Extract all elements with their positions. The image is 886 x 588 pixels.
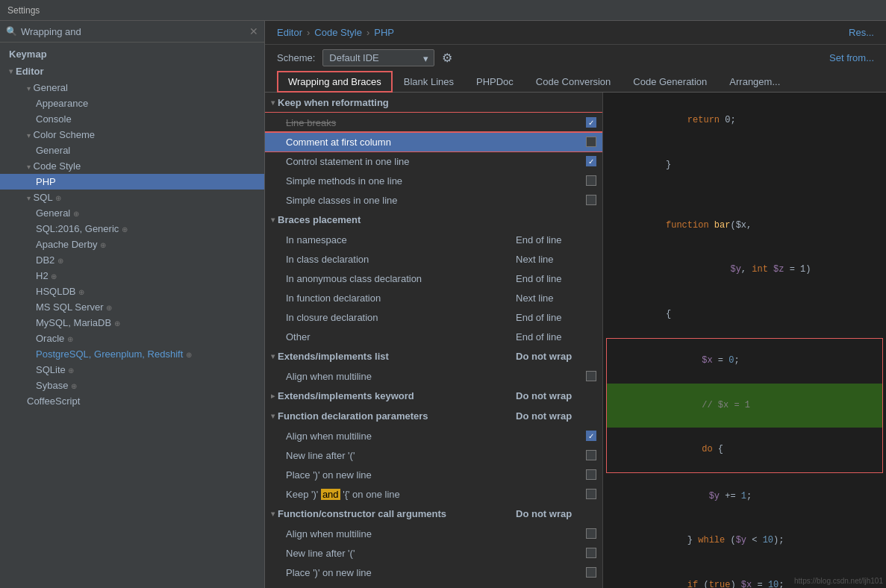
fdp-align-label: Align when multiline bbox=[286, 431, 586, 442]
setting-fdp-align[interactable]: Align when multiline bbox=[265, 426, 602, 445]
watermark: https://blog.csdn.net/ljh101 bbox=[794, 577, 883, 585]
setting-line-breaks[interactable]: Line breaks bbox=[265, 113, 602, 132]
sidebar-item-oracle[interactable]: Oracle ⊕ bbox=[0, 331, 264, 346]
sql2016-copy-icon: ⊕ bbox=[122, 225, 128, 234]
sidebar-item-apache-derby[interactable]: Apache Derby ⊕ bbox=[0, 237, 264, 252]
extends-kw-chevron: ▸ bbox=[271, 392, 275, 400]
in-namespace-value[interactable]: End of line bbox=[516, 234, 590, 245]
setting-fca-align[interactable]: Align when multiline bbox=[265, 524, 602, 543]
extends-kw-value[interactable]: Do not wrap bbox=[516, 390, 590, 401]
extends-list-value[interactable]: Do not wrap bbox=[516, 351, 590, 362]
tab-blank-lines[interactable]: Blank Lines bbox=[393, 71, 465, 92]
breadcrumb-editor[interactable]: Editor bbox=[277, 27, 302, 38]
code-line-3 bbox=[603, 187, 886, 203]
scheme-select[interactable]: Default IDE bbox=[322, 49, 434, 66]
scheme-gear-icon[interactable]: ⚙ bbox=[442, 51, 452, 65]
setting-control-statement[interactable]: Control statement in one line bbox=[265, 151, 602, 171]
sidebar-item-hsqldb[interactable]: HSQLDB ⊕ bbox=[0, 284, 264, 299]
control-statement-checkbox[interactable] bbox=[586, 156, 596, 166]
sidebar-item-sqlite[interactable]: SQLite ⊕ bbox=[0, 362, 264, 378]
sidebar-item-sql-2016[interactable]: SQL:2016, Generic ⊕ bbox=[0, 221, 264, 237]
setting-in-class-declaration[interactable]: In class declaration Next line bbox=[265, 249, 602, 269]
other-value[interactable]: End of line bbox=[516, 331, 590, 343]
code-preview-panel: return 0; } function bar($x, $y, int $z … bbox=[602, 93, 886, 588]
section-extends-keyword[interactable]: ▸ Extends/implements keyword Do not wrap bbox=[265, 386, 602, 406]
section-braces-placement[interactable]: ▾ Braces placement bbox=[265, 210, 602, 230]
sidebar-item-sql-general[interactable]: General ⊕ bbox=[0, 205, 264, 221]
simple-classes-checkbox[interactable] bbox=[586, 195, 596, 205]
sidebar-item-sybase[interactable]: Sybase ⊕ bbox=[0, 378, 264, 393]
breadcrumb-php[interactable]: PHP bbox=[374, 27, 394, 38]
fdp-newline-checkbox[interactable] bbox=[586, 450, 596, 460]
fn-params-value[interactable]: Do not wrap bbox=[516, 410, 590, 422]
sidebar-item-console[interactable]: Console bbox=[0, 111, 264, 127]
set-from-link[interactable]: Set from... bbox=[829, 52, 874, 63]
sidebar-item-editor[interactable]: ▾ Editor bbox=[0, 63, 264, 80]
setting-fca-place[interactable]: Place ')' on new line bbox=[265, 563, 602, 582]
breadcrumb-codestyle[interactable]: Code Style bbox=[314, 27, 362, 38]
setting-fca-newline[interactable]: New line after '(' bbox=[265, 543, 602, 563]
tab-code-generation[interactable]: Code Generation bbox=[622, 71, 718, 92]
in-class-decl-value[interactable]: Next line bbox=[516, 254, 590, 265]
sidebar-item-sql[interactable]: ▾ SQL ⊕ bbox=[0, 190, 264, 205]
fca-value[interactable]: Do not wrap bbox=[516, 508, 590, 519]
sidebar-item-coffeescript[interactable]: CoffeeScript bbox=[0, 393, 264, 409]
setting-fdp-close-paren[interactable]: Place ')' on new line bbox=[265, 465, 602, 484]
in-anon-class-label: In anonymous class declaration bbox=[286, 273, 516, 284]
line-breaks-checkbox[interactable] bbox=[586, 117, 596, 128]
fca-label: Function/constructor call arguments bbox=[278, 508, 446, 519]
in-closure-decl-value[interactable]: End of line bbox=[516, 312, 590, 323]
sidebar-item-db2[interactable]: DB2 ⊕ bbox=[0, 252, 264, 268]
sidebar-item-php[interactable]: PHP bbox=[0, 174, 264, 190]
simple-methods-checkbox[interactable] bbox=[586, 175, 596, 186]
editor-chevron: ▾ bbox=[9, 67, 13, 75]
sidebar-item-appearance[interactable]: Appearance bbox=[0, 96, 264, 111]
sidebar-item-h2[interactable]: H2 ⊕ bbox=[0, 268, 264, 284]
sidebar-item-keymap[interactable]: Keymap bbox=[0, 46, 264, 63]
search-input[interactable] bbox=[21, 26, 249, 37]
setting-in-anonymous-class[interactable]: In anonymous class declaration End of li… bbox=[265, 269, 602, 288]
tab-code-conversion[interactable]: Code Conversion bbox=[525, 71, 622, 92]
section-keep-when-reformatting[interactable]: ▾ Keep when reformatting bbox=[265, 93, 602, 113]
section-fca[interactable]: ▾ Function/constructor call arguments Do… bbox=[265, 504, 602, 524]
setting-in-function-declaration[interactable]: In function declaration Next line bbox=[265, 288, 602, 307]
section-fn-params[interactable]: ▾ Function declaration parameters Do not… bbox=[265, 406, 602, 426]
title-label: Settings bbox=[7, 5, 40, 16]
search-clear-button[interactable]: ✕ bbox=[249, 25, 258, 37]
setting-in-namespace[interactable]: In namespace End of line bbox=[265, 230, 602, 249]
extends-align-checkbox[interactable] bbox=[586, 371, 596, 381]
sidebar-item-mssql[interactable]: MS SQL Server ⊕ bbox=[0, 299, 264, 315]
fdp-align-checkbox[interactable] bbox=[586, 431, 596, 441]
fca-align-checkbox[interactable] bbox=[586, 528, 596, 539]
setting-fdp-newline-after[interactable]: New line after '(' bbox=[265, 445, 602, 465]
sidebar-item-colorscheme-general[interactable]: General bbox=[0, 143, 264, 158]
sidebar-item-postgres[interactable]: PostgreSQL, Greenplum, Redshift ⊕ bbox=[0, 346, 264, 362]
sidebar-item-codestyle[interactable]: ▾ Code Style bbox=[0, 158, 264, 174]
tab-wrapping[interactable]: Wrapping and Braces bbox=[277, 71, 393, 93]
sidebar-item-mysql[interactable]: MySQL, MariaDB ⊕ bbox=[0, 315, 264, 331]
comment-first-col-checkbox[interactable] bbox=[586, 137, 596, 147]
code-line-5: $y, int $z = 1) bbox=[603, 248, 886, 293]
extends-list-label: Extends/implements list bbox=[278, 351, 389, 362]
setting-comment-first-column[interactable]: Comment at first column bbox=[265, 132, 602, 151]
setting-fdp-keep-paren[interactable]: Keep ')' and '{' on one line bbox=[265, 484, 602, 504]
fca-place-checkbox[interactable] bbox=[586, 567, 596, 578]
tab-phpdoc[interactable]: PHPDoc bbox=[465, 71, 525, 92]
setting-other[interactable]: Other End of line bbox=[265, 327, 602, 346]
setting-simple-methods[interactable]: Simple methods in one line bbox=[265, 171, 602, 190]
in-anon-class-value[interactable]: End of line bbox=[516, 273, 590, 284]
fdp-keep-paren-checkbox[interactable] bbox=[586, 489, 596, 499]
setting-in-closure-declaration[interactable]: In closure declaration End of line bbox=[265, 307, 602, 327]
setting-simple-classes[interactable]: Simple classes in one line bbox=[265, 190, 602, 210]
apache-derby-copy-icon: ⊕ bbox=[100, 241, 106, 249]
sidebar-item-colorscheme[interactable]: ▾ Color Scheme bbox=[0, 127, 264, 143]
section-extends-list[interactable]: ▾ Extends/implements list Do not wrap bbox=[265, 346, 602, 366]
setting-extends-align[interactable]: Align when multiline bbox=[265, 366, 602, 386]
sidebar-item-general[interactable]: ▾ General bbox=[0, 80, 264, 96]
reset-button[interactable]: Res... bbox=[849, 27, 874, 38]
braces-label: Braces placement bbox=[278, 214, 361, 225]
tab-arrangement[interactable]: Arrangem... bbox=[718, 71, 791, 92]
fdp-close-paren-checkbox[interactable] bbox=[586, 469, 596, 480]
in-fn-decl-value[interactable]: Next line bbox=[516, 293, 590, 304]
fca-newline-checkbox[interactable] bbox=[586, 548, 596, 558]
